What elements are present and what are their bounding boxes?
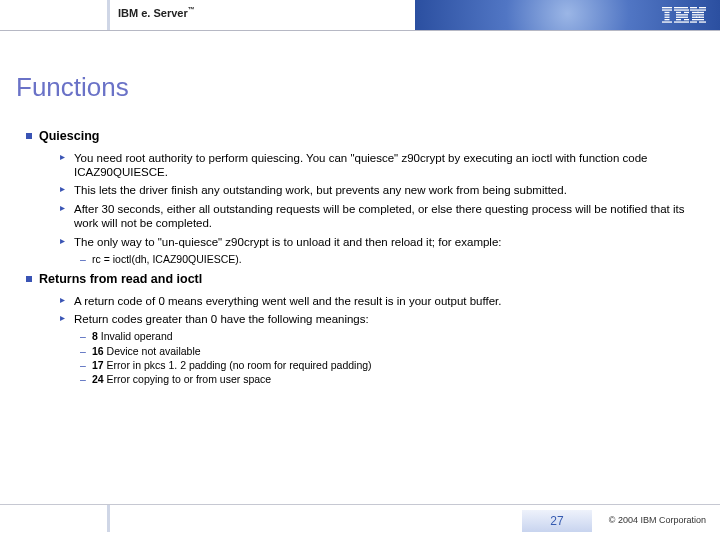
bullet-list: You need root authority to perform quies… bbox=[26, 151, 700, 249]
section-heading-text: Quiescing bbox=[39, 129, 99, 143]
header-divider bbox=[0, 30, 720, 31]
svg-rect-26 bbox=[699, 19, 704, 20]
return-text: Device not available bbox=[104, 345, 201, 357]
list-item: A return code of 0 means everything went… bbox=[60, 294, 700, 308]
list-item: 16 Device not available bbox=[80, 345, 700, 358]
list-item: 8 Invalid operand bbox=[80, 330, 700, 343]
svg-rect-1 bbox=[674, 7, 688, 8]
list-item: 17 Error in pkcs 1. 2 padding (no room f… bbox=[80, 359, 700, 372]
svg-rect-23 bbox=[684, 19, 689, 20]
product-name: IBM e. Server™ bbox=[118, 6, 195, 19]
svg-rect-7 bbox=[698, 9, 706, 10]
page-number: 27 bbox=[522, 510, 592, 532]
svg-rect-10 bbox=[684, 12, 689, 13]
square-bullet-icon bbox=[26, 133, 32, 139]
svg-rect-5 bbox=[674, 9, 689, 10]
copyright-text: © 2004 IBM Corporation bbox=[609, 515, 706, 525]
svg-rect-27 bbox=[662, 21, 672, 22]
slide-content: Quiescing You need root authority to per… bbox=[0, 103, 720, 386]
section-heading: Quiescing bbox=[26, 129, 700, 145]
return-text: Invalid operand bbox=[98, 330, 173, 342]
svg-rect-0 bbox=[662, 7, 672, 8]
sub-dash-list: rc = ioctl(dh, ICAZ90QUIESCE). bbox=[26, 253, 700, 266]
list-item: The only way to "un-quiesce" z90crypt is… bbox=[60, 235, 700, 249]
header-blue-panel bbox=[415, 0, 720, 30]
header-accent-bar bbox=[107, 0, 110, 30]
return-text: Error in pkcs 1. 2 padding (no room for … bbox=[104, 359, 372, 371]
svg-rect-9 bbox=[676, 12, 681, 13]
svg-rect-21 bbox=[665, 19, 670, 20]
return-code: 24 bbox=[92, 373, 104, 385]
return-code: 17 bbox=[92, 359, 104, 371]
svg-rect-3 bbox=[699, 7, 706, 8]
page-title: Functions bbox=[16, 72, 720, 103]
svg-rect-30 bbox=[699, 21, 706, 22]
footer-accent-bar bbox=[107, 505, 110, 532]
section-heading-text: Returns from read and ioctl bbox=[39, 272, 202, 286]
sub-dash-list: 8 Invalid operand 16 Device not availabl… bbox=[26, 330, 700, 386]
svg-rect-8 bbox=[665, 12, 670, 13]
bullet-list: A return code of 0 means everything went… bbox=[26, 294, 700, 327]
square-bullet-icon bbox=[26, 276, 32, 282]
svg-rect-2 bbox=[690, 7, 697, 8]
svg-rect-29 bbox=[690, 21, 697, 22]
header-bar: IBM e. Server™ bbox=[0, 0, 720, 34]
svg-rect-16 bbox=[665, 17, 670, 18]
svg-rect-22 bbox=[676, 19, 681, 20]
list-item: You need root authority to perform quies… bbox=[60, 151, 700, 180]
list-item: After 30 seconds, either all outstanding… bbox=[60, 202, 700, 231]
svg-rect-14 bbox=[676, 14, 688, 15]
svg-rect-25 bbox=[697, 19, 699, 20]
section-heading: Returns from read and ioctl bbox=[26, 272, 700, 288]
svg-rect-4 bbox=[662, 9, 672, 10]
svg-rect-13 bbox=[665, 14, 670, 15]
product-text: IBM e. Server bbox=[118, 7, 188, 19]
footer-bar: 27 © 2004 IBM Corporation bbox=[0, 504, 720, 540]
list-item: This lets the driver finish any outstand… bbox=[60, 183, 700, 197]
return-code: 16 bbox=[92, 345, 104, 357]
svg-rect-24 bbox=[692, 19, 697, 20]
list-item: Return codes greater than 0 have the fol… bbox=[60, 312, 700, 326]
svg-rect-28 bbox=[674, 21, 689, 22]
list-item: rc = ioctl(dh, ICAZ90QUIESCE). bbox=[80, 253, 700, 266]
svg-rect-6 bbox=[690, 9, 698, 10]
trademark-symbol: ™ bbox=[188, 6, 195, 13]
svg-rect-17 bbox=[676, 17, 688, 18]
svg-rect-20 bbox=[699, 17, 704, 18]
svg-rect-15 bbox=[692, 14, 704, 15]
list-item: 24 Error copying to or from user space bbox=[80, 373, 700, 386]
svg-rect-12 bbox=[697, 12, 704, 13]
return-text: Error copying to or from user space bbox=[104, 373, 271, 385]
ibm-logo-icon bbox=[662, 7, 706, 24]
